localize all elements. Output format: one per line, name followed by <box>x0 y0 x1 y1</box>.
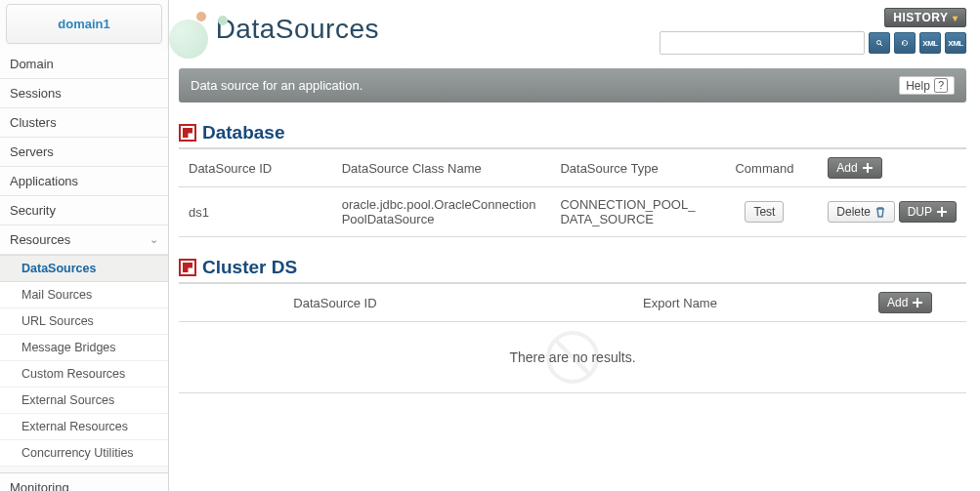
search-row: XML XML <box>660 31 966 55</box>
sidebar-item-label: Monitoring <box>10 480 69 491</box>
section-title: Database <box>202 122 285 143</box>
sidebar-item-label: Message Bridges <box>21 341 116 354</box>
svg-line-1 <box>880 44 882 46</box>
cell-command: Test <box>711 187 819 237</box>
xml-export-button[interactable]: XML <box>945 32 966 54</box>
sidebar-divider <box>0 467 168 473</box>
chevron-down-icon: ▾ <box>953 13 959 23</box>
col-actions: Add <box>818 149 966 187</box>
main-content: DataSources HISTORY ▾ XML <box>169 0 980 491</box>
add-database-button[interactable]: Add <box>828 157 881 179</box>
section-heading-cluster: Cluster DS <box>179 257 966 284</box>
sidebar-item-label: Servers <box>10 144 54 159</box>
table-row: ds1 oracle.jdbc.pool.OracleConnectionPoo… <box>179 187 966 237</box>
sidebar-sub-message-bridges[interactable]: Message Bridges <box>0 335 168 361</box>
col-actions: Add <box>869 284 966 322</box>
section-icon <box>179 259 196 276</box>
svg-point-0 <box>877 41 881 45</box>
help-button[interactable]: Help ? <box>899 76 955 95</box>
col-class: DataSource Class Name <box>332 149 551 187</box>
decorative-circles-icon <box>169 6 228 64</box>
sidebar-item-label: Applications <box>10 174 78 188</box>
empty-text: There are no results. <box>509 349 635 365</box>
history-label: HISTORY <box>893 11 948 24</box>
sidebar-item-label: URL Sources <box>21 314 94 328</box>
section-cluster-ds: Cluster DS DataSource ID Export Name Add <box>179 257 966 393</box>
database-table: DataSource ID DataSource Class Name Data… <box>179 149 966 237</box>
duplicate-button[interactable]: DUP <box>899 201 957 223</box>
section-database: Database DataSource ID DataSource Class … <box>179 122 966 237</box>
top-tools: HISTORY ▾ XML XML <box>660 8 966 55</box>
xml-export-icon: XML <box>948 39 962 48</box>
plus-icon <box>912 297 923 308</box>
sidebar-subgroup-resources: DataSources Mail Sources URL Sources Mes… <box>0 255 168 467</box>
sidebar-item-label: External Resources <box>21 420 128 433</box>
help-icon: ? <box>934 78 948 93</box>
sidebar-sub-concurrency-utilities[interactable]: Concurrency Utilities <box>0 440 168 467</box>
add-label: Add <box>836 161 857 175</box>
sidebar-item-servers[interactable]: Servers <box>0 138 168 167</box>
sidebar-item-label: Resources <box>10 232 70 247</box>
description-text: Data source for an application. <box>191 78 362 93</box>
search-button[interactable] <box>869 32 890 54</box>
sidebar-item-domain[interactable]: Domain <box>0 50 168 79</box>
domain-header[interactable]: domain1 <box>6 4 162 44</box>
sidebar-item-label: Mail Sources <box>21 288 92 302</box>
sidebar-item-label: Sessions <box>10 86 62 101</box>
chevron-down-icon: ⌄ <box>149 233 158 246</box>
search-input[interactable] <box>660 31 865 55</box>
table-header-row: DataSource ID DataSource Class Name Data… <box>179 149 966 187</box>
col-type: DataSource Type <box>550 149 710 187</box>
cell-text: ds1 <box>189 205 209 220</box>
description-band: Data source for an application. Help ? <box>179 68 966 102</box>
sidebar-sub-mail-sources[interactable]: Mail Sources <box>0 282 168 308</box>
plus-icon <box>862 162 873 174</box>
sidebar: domain1 Domain Sessions Clusters Servers… <box>0 0 169 491</box>
cell-class: oracle.jdbc.pool.OracleConnectionPoolDat… <box>332 187 551 237</box>
sidebar-item-security[interactable]: Security <box>0 196 168 225</box>
sidebar-item-monitoring[interactable]: Monitoring <box>0 473 168 491</box>
sidebar-item-label: External Sources <box>21 393 114 407</box>
sidebar-item-sessions[interactable]: Sessions <box>0 79 168 108</box>
sidebar-item-label: Clusters <box>10 115 57 130</box>
section-title: Cluster DS <box>202 257 297 278</box>
sidebar-sub-external-resources[interactable]: External Resources <box>0 414 168 440</box>
sidebar-item-label: Domain <box>10 57 54 71</box>
cell-text: CONNECTION_POOL_DATA_SOURCE <box>560 197 695 226</box>
help-label: Help <box>906 79 930 93</box>
sidebar-item-label: DataSources <box>21 262 96 275</box>
btn-label: Delete <box>836 205 871 219</box>
sidebar-sub-datasources[interactable]: DataSources <box>0 255 168 282</box>
xml-import-button[interactable]: XML <box>919 32 941 54</box>
sidebar-sub-external-sources[interactable]: External Sources <box>0 388 168 414</box>
sidebar-sub-custom-resources[interactable]: Custom Resources <box>0 361 168 388</box>
cell-id[interactable]: ds1 <box>179 187 332 237</box>
delete-button[interactable]: Delete <box>828 201 895 223</box>
history-button[interactable]: HISTORY ▾ <box>884 8 966 27</box>
col-id: DataSource ID <box>179 149 332 187</box>
empty-state: There are no results. <box>179 322 966 393</box>
col-id: DataSource ID <box>179 284 491 322</box>
page-title: DataSources <box>216 14 379 44</box>
sidebar-item-clusters[interactable]: Clusters <box>0 108 168 138</box>
refresh-button[interactable] <box>894 32 916 54</box>
add-cluster-button[interactable]: Add <box>878 292 932 313</box>
topbar: DataSources HISTORY ▾ XML <box>169 0 980 64</box>
search-icon <box>875 39 883 47</box>
section-heading-database: Database <box>179 122 966 149</box>
sidebar-sub-url-sources[interactable]: URL Sources <box>0 308 168 335</box>
cell-actions: Delete DUP <box>818 187 966 237</box>
delete-icon <box>874 206 886 218</box>
test-button[interactable]: Test <box>745 201 784 223</box>
domain-label: domain1 <box>58 17 109 31</box>
sidebar-item-applications[interactable]: Applications <box>0 167 168 196</box>
btn-label: Test <box>753 205 775 219</box>
col-command: Command <box>711 149 819 187</box>
sidebar-item-resources[interactable]: Resources ⌄ <box>0 225 168 255</box>
cell-text: oracle.jdbc.pool.OracleConnectionPoolDat… <box>342 197 536 226</box>
cluster-table: DataSource ID Export Name Add <box>179 284 966 322</box>
sidebar-item-label: Custom Resources <box>21 367 125 381</box>
refresh-icon <box>901 39 909 47</box>
btn-label: DUP <box>908 205 932 219</box>
col-export: Export Name <box>491 284 869 322</box>
